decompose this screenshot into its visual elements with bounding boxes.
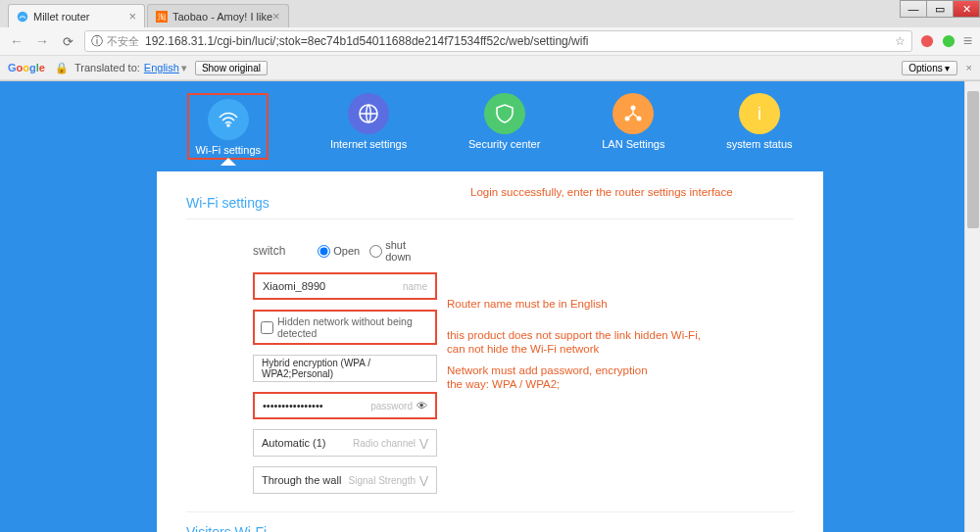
nav-lan-settings[interactable]: LAN Settings (602, 93, 664, 166)
page-viewport: Wi-Fi settings Internet settings Securit… (0, 81, 980, 532)
nav-label: LAN Settings (602, 138, 664, 150)
divider (186, 218, 794, 219)
chevron-down-icon: ⋁ (419, 437, 428, 450)
scrollbar[interactable] (964, 81, 980, 532)
top-nav: Wi-Fi settings Internet settings Securit… (0, 81, 980, 171)
svg-text:i: i (758, 104, 761, 123)
nav-wifi-settings[interactable]: Wi-Fi settings (195, 99, 261, 156)
radio-hint: Radio channel (353, 438, 416, 449)
wifi-form: switch Open shut down Xiaomi_8990 name H… (253, 239, 439, 494)
lock-icon: 🔒 (55, 62, 69, 74)
router-favicon (17, 11, 28, 23)
options-button[interactable]: Options ▾ (902, 61, 956, 75)
extension-icons: ≡ (920, 32, 972, 50)
name-hint: name (403, 281, 427, 292)
close-icon[interactable]: × (272, 9, 280, 24)
bookmark-icon[interactable]: ☆ (895, 34, 906, 48)
hidden-checkbox-row[interactable]: Hidden network without being detected (253, 310, 437, 345)
signal-field[interactable]: Through the wall Signal Strength ⋁ (253, 466, 437, 494)
switch-label: switch (253, 244, 318, 258)
globe-icon (348, 93, 389, 134)
tab-inactive[interactable]: 淘 Taobao - Amoy! I like × (147, 4, 289, 27)
close-icon[interactable]: × (128, 9, 136, 24)
nav-wrapper: Wi-Fi settings (187, 93, 269, 166)
svg-point-6 (631, 106, 636, 111)
security-warning: 不安全 (107, 34, 139, 49)
forward-button[interactable]: → (33, 32, 51, 50)
annotation-hidden: this product does not support the link h… (447, 328, 702, 357)
close-icon[interactable]: × (966, 62, 972, 73)
signal-hint: Signal Strength (349, 475, 416, 486)
language-link[interactable]: English (144, 62, 179, 73)
scroll-thumb[interactable] (967, 91, 979, 228)
radio-shutdown[interactable]: shut down (369, 239, 429, 263)
divider (186, 511, 794, 512)
hidden-checkbox[interactable] (261, 321, 273, 334)
nav-pointer (220, 158, 236, 166)
reload-button[interactable]: ⟳ (59, 32, 76, 50)
menu-icon[interactable]: ≡ (963, 32, 972, 50)
svg-point-4 (943, 35, 955, 47)
chevron-down-icon: ⋁ (419, 474, 428, 487)
highlight-box: Wi-Fi settings (187, 93, 269, 160)
svg-text:淘: 淘 (158, 13, 166, 22)
encryption-value: Hybrid encryption (WPA / WPA2;Personal) (262, 358, 428, 379)
visitors-title: Visitors Wi-Fi (186, 524, 794, 532)
radio-input[interactable] (369, 245, 382, 258)
svg-point-3 (921, 35, 933, 47)
extension-icon[interactable] (920, 34, 934, 48)
window-controls: — ▭ ✕ (901, 0, 980, 18)
close-button[interactable]: ✕ (953, 0, 980, 18)
chevron-down-icon[interactable]: ▾ (181, 62, 187, 74)
extension-icon[interactable] (942, 34, 956, 48)
signal-value: Through the wall (262, 474, 349, 486)
annotation-login: Login successfully, enter the router set… (470, 185, 733, 199)
nav-label: Internet settings (330, 138, 407, 150)
annotation-password: Network must add password, encryption th… (447, 363, 662, 392)
url-input[interactable]: ⓘ 不安全 192.168.31.1/cgi-bin/luci/;stok=8e… (84, 30, 912, 52)
name-field[interactable]: Xiaomi_8990 name (253, 272, 437, 300)
name-value: Xiaomi_8990 (263, 280, 403, 292)
back-button[interactable]: ← (8, 32, 25, 50)
nav-internet-settings[interactable]: Internet settings (330, 93, 407, 166)
tab-active[interactable]: Millet router × (8, 4, 145, 27)
settings-panel: Login successfully, enter the router set… (157, 171, 823, 532)
nav-label: system status (726, 138, 792, 150)
nav-label: Wi-Fi settings (195, 144, 261, 156)
password-value: •••••••••••••••• (263, 400, 370, 411)
minimize-button[interactable]: — (900, 0, 927, 18)
password-field[interactable]: •••••••••••••••• password 👁 (253, 392, 437, 419)
translated-label: Translated to: (74, 62, 140, 73)
translate-bar: Google 🔒 Translated to: English ▾ Show o… (0, 55, 980, 80)
radio-channel-field[interactable]: Automatic (1) Radio channel ⋁ (253, 429, 437, 457)
eye-icon[interactable]: 👁 (416, 400, 427, 411)
show-original-button[interactable]: Show original (195, 61, 268, 75)
radio-input[interactable] (318, 245, 330, 258)
nav-system-status[interactable]: i system status (726, 93, 792, 166)
hidden-label: Hidden network without being detected (277, 315, 429, 339)
nav-label: Security center (468, 138, 540, 150)
address-bar: ← → ⟳ ⓘ 不安全 192.168.31.1/cgi-bin/luci/;s… (0, 27, 980, 55)
info-icon: i (739, 93, 780, 134)
password-hint: password (370, 401, 413, 411)
info-icon: ⓘ (91, 33, 103, 50)
taobao-favicon: 淘 (156, 11, 168, 23)
radio-open[interactable]: Open (318, 245, 360, 258)
wifi-icon (208, 99, 249, 140)
url-text: 192.168.31.1/cgi-bin/luci/;stok=8ec74b1d… (145, 34, 588, 48)
switch-row: switch Open shut down (253, 239, 439, 263)
encryption-field[interactable]: Hybrid encryption (WPA / WPA2;Personal) (253, 355, 437, 382)
nav-security-center[interactable]: Security center (468, 93, 540, 166)
radio-value: Automatic (1) (262, 437, 353, 449)
maximize-button[interactable]: ▭ (926, 0, 954, 18)
tab-title: Taobao - Amoy! I like (172, 11, 272, 23)
tab-bar: Millet router × 淘 Taobao - Amoy! I like … (0, 0, 980, 27)
browser-chrome: Millet router × 淘 Taobao - Amoy! I like … (0, 0, 980, 81)
network-icon (612, 93, 654, 134)
google-logo: Google (8, 62, 45, 73)
shield-icon (484, 93, 525, 134)
annotation-name: Router name must be in English (447, 297, 608, 311)
tab-title: Millet router (33, 11, 89, 23)
